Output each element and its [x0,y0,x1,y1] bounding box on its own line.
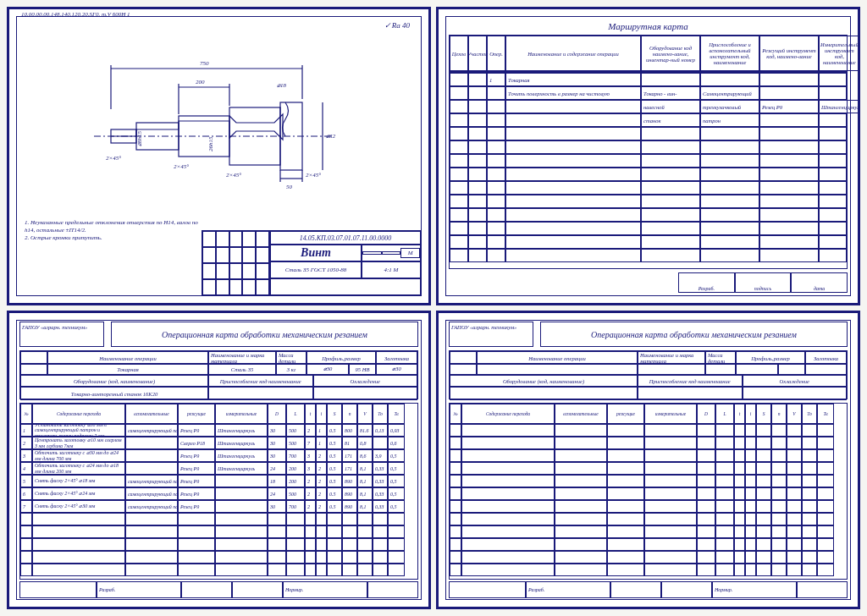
op-row: 4Обточить заготовку с ⌀24 мм до ⌀18 мм д… [20,462,417,475]
oc-table: №Содержание перехода вспомогательныережу… [19,403,418,580]
route-row [450,235,847,249]
tb-scale: 4:1 М [362,261,421,278]
op-row: 5Снять фаску 2×45° ⌀18 ммсамоцентрирующи… [20,475,417,487]
oc-footer: Разраб.Нормир. [19,581,418,598]
svg-text:2×45°: 2×45° [226,172,241,179]
route-row: Точить поверхность в размер на чистовуюТ… [450,86,847,100]
oc-meta: Наименование операции Наименование и мар… [19,350,418,399]
drawing-code: 10.00.00.00.148.140.120.20.SГ0. т.V 600Н… [21,11,130,18]
svg-text:⌀18: ⌀18 [277,82,287,89]
svg-text:200: 200 [196,79,205,85]
op-row: 3Обточить заготовку с ⌀30 мм до ⌀24 мм д… [20,449,417,462]
route-card-sheet: Маршрутная карта ЦеховУчастокОпер. Наиме… [436,7,860,305]
op-row: 1Установить заготовку ⌀30 мм в самоцентр… [20,424,417,437]
route-header: ЦеховУчастокОпер. Наименование и содержа… [449,35,848,72]
route-row: навеснойтрехкулачковыйРезец Р9Штангенцир… [450,100,847,113]
route-row [450,168,847,181]
tb-material: Сталь 35 ГОСТ 1050-88 [270,261,362,278]
op-row [450,551,847,564]
route-row [450,222,847,235]
svg-text:⌀8h15: ⌀8h15 [136,131,143,147]
op-row [450,424,847,437]
op-row: 6Снять фаску 2×45° ⌀24 ммсамоцентрирующи… [20,487,417,500]
op-row [450,462,847,475]
route-row [450,195,847,208]
drawing-sheet: 10.00.00.00.148.140.120.20.SГ0. т.V 600Н… [7,7,431,305]
op-row [450,500,847,513]
route-row: 1Токарная [450,73,847,86]
route-row [450,154,847,168]
op-card-2: ГАПОУ «аграрн. техникум» Операционная ка… [436,311,860,609]
tb-number: 14.05.КП.03.07.01.07.11.00.0000 [270,231,421,245]
tb-part-name: Винт [270,245,362,261]
oc-title: Операционная карта обработки механически… [111,322,418,347]
svg-text:⌀32: ⌀32 [326,133,336,140]
oc-org: ГАПОУ «аграрн. техникум» [19,322,104,347]
roughness-symbol: Ra 40 [384,21,410,30]
route-row [450,140,847,154]
op-row [450,564,847,576]
op-row [450,437,847,449]
op-card-1: ГАПОУ «аграрн. техникум» Операционная ка… [7,311,431,609]
op-row: 2Центровать заготовку ⌀10 мм сверлом 3 м… [20,437,417,449]
svg-text:750: 750 [200,60,209,67]
route-row: станокпатрон [450,113,847,127]
svg-text:2×45°: 2×45° [174,163,189,170]
op-row: 7Снять фаску 2×45° ⌀30 ммсамоцентрирующи… [20,500,417,513]
route-title: Маршрутная карта [439,18,858,31]
route-row [450,208,847,222]
route-body: 1ТокарнаяТочить поверхность в размер на … [449,72,848,269]
op-row [450,525,847,538]
title-block: 14.05.КП.03.07.01.07.11.00.0000 Винт М С… [202,230,422,296]
op-row [450,449,847,462]
part-drawing: 750 200 50 ⌀18 ⌀32 2×45° 2×45° 2×45° 2×4… [77,43,348,204]
svg-text:2×45°: 2×45° [306,172,321,179]
route-row [450,127,847,140]
op-row [450,475,847,487]
route-row [450,249,847,262]
op-row [450,487,847,500]
svg-text:2×45°: 2×45° [106,155,121,162]
svg-text:50: 50 [286,184,293,190]
route-row [450,181,847,195]
op-row [450,538,847,551]
route-footer: Разраб.подписьдата [678,272,848,293]
op-row [450,513,847,525]
svg-text:26h15: 26h15 [207,136,214,151]
